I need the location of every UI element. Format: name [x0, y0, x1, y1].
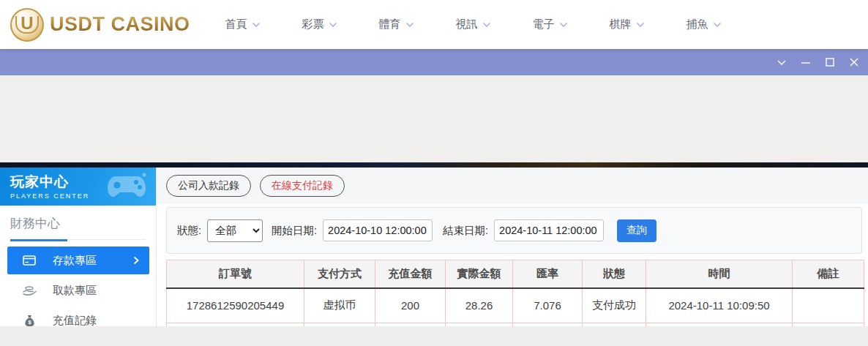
player-center-sidebar: 玩家中心 PLAYERS CENTER 財務中心 存款專區	[0, 168, 157, 326]
cell-status: 支付成功	[583, 288, 646, 323]
table-row-partial	[167, 323, 864, 326]
nav-label: 彩票	[302, 18, 324, 31]
brand-logo[interactable]: U USDT CASINO	[10, 8, 190, 42]
sidebar-menu: 存款專區 取款專區 $ 充值記錄	[0, 247, 156, 334]
nav-item-sports[interactable]: 體育	[379, 18, 414, 31]
app-window: U USDT CASINO 首頁 彩票 體育 視訊 電子	[0, 0, 868, 346]
credit-card-icon	[22, 255, 37, 266]
cell-actual-amount: 28.26	[446, 288, 513, 323]
nav-label: 捕魚	[686, 18, 708, 31]
chevron-down-icon	[636, 22, 645, 28]
cell-recharge-amount: 200	[375, 288, 446, 323]
tab-online-payment-records[interactable]: 在線支付記錄	[260, 175, 345, 197]
col-remarks: 備註	[793, 260, 864, 288]
section-underline	[10, 239, 67, 241]
chevron-down-icon	[405, 22, 414, 28]
window-titlebar	[0, 49, 868, 75]
nav-item-fishing[interactable]: 捕魚	[686, 18, 722, 31]
table-row: 1728612590205449 虚拟币 200 28.26 7.076 支付成…	[167, 288, 864, 323]
status-select[interactable]: 全部	[207, 219, 263, 242]
start-date-input[interactable]	[323, 219, 433, 241]
chevron-right-icon	[133, 256, 139, 265]
table-header-row: 訂單號 支付方式 充值金額 實際金額 匯率 狀態 時間 備註	[167, 260, 864, 288]
col-time: 時間	[646, 260, 793, 288]
nav-label: 電子	[533, 18, 555, 31]
sidebar-item-withdraw[interactable]: 取款專區	[0, 277, 156, 304]
cell-payment-method: 虚拟币	[304, 288, 375, 323]
brand-name: USDT CASINO	[50, 13, 190, 36]
col-status: 狀態	[583, 260, 646, 288]
query-button[interactable]: 查詢	[617, 219, 656, 242]
start-date-label: 開始日期:	[272, 224, 317, 238]
end-date-label: 結束日期:	[443, 224, 488, 238]
nav-item-cards[interactable]: 棋牌	[610, 18, 645, 31]
end-date-input[interactable]	[494, 219, 604, 241]
close-button[interactable]	[848, 56, 861, 69]
col-exchange-rate: 匯率	[513, 260, 583, 288]
main-nav: 首頁 彩票 體育 視訊 電子 棋牌	[225, 18, 722, 31]
gamepad-icon	[106, 172, 149, 204]
tab-company-deposit-records[interactable]: 公司入款記錄	[166, 175, 251, 197]
nav-label: 首頁	[225, 18, 247, 31]
finance-section-title: 財務中心	[10, 215, 146, 238]
players-center-header: 玩家中心 PLAYERS CENTER	[0, 168, 156, 206]
nav-item-slots[interactable]: 電子	[533, 18, 568, 31]
chevron-down-icon	[482, 22, 491, 28]
nav-item-lottery[interactable]: 彩票	[302, 18, 337, 31]
col-payment-method: 支付方式	[304, 260, 375, 288]
minimize-button[interactable]	[799, 56, 812, 69]
nav-item-live[interactable]: 視訊	[456, 18, 491, 31]
divider-strip	[0, 162, 868, 168]
main-content: 公司入款記錄 在線支付記錄 狀態: 全部 開始日期: 結束日期: 查詢 訂單號 …	[157, 168, 868, 326]
record-tabs: 公司入款記錄 在線支付記錄	[157, 168, 868, 204]
finance-section-header: 財務中心	[10, 206, 146, 240]
col-actual-amount: 實際金額	[446, 260, 513, 288]
chevron-down-icon	[713, 22, 722, 28]
nav-item-home[interactable]: 首頁	[225, 18, 261, 31]
filter-panel: 狀態: 全部 開始日期: 結束日期: 查詢	[166, 207, 862, 254]
site-header: U USDT CASINO 首頁 彩票 體育 視訊 電子	[0, 0, 868, 49]
chevron-down-icon	[252, 22, 261, 28]
status-label: 狀態:	[177, 224, 201, 238]
chevron-down-icon	[559, 22, 568, 28]
logo-letter: U	[15, 16, 38, 34]
nav-label: 體育	[379, 18, 401, 31]
footer-strip	[0, 326, 868, 346]
sidebar-item-deposit[interactable]: 存款專區	[7, 247, 149, 274]
cell-order-number: 1728612590205449	[167, 288, 304, 323]
sidebar-item-label: 取款專區	[53, 284, 97, 298]
logo-circle-icon: U	[10, 8, 44, 42]
nav-label: 棋牌	[610, 18, 632, 31]
sidebar-item-label: 充值記錄	[53, 314, 97, 328]
hand-coins-icon	[22, 285, 37, 296]
maximize-button[interactable]	[823, 56, 837, 69]
cell-exchange-rate: 7.076	[513, 288, 583, 323]
col-recharge-amount: 充值金額	[375, 260, 446, 288]
collapse-button[interactable]	[775, 56, 788, 69]
cell-time: 2024-10-11 10:09:50	[646, 288, 793, 323]
payment-records-table: 訂單號 支付方式 充值金額 實際金額 匯率 狀態 時間 備註 172861259…	[166, 260, 864, 326]
money-bag-icon: $	[22, 315, 37, 327]
cell-remarks	[793, 288, 864, 323]
empty-content-area	[0, 75, 868, 162]
nav-label: 視訊	[456, 18, 478, 31]
col-order-number: 訂單號	[167, 260, 304, 288]
sidebar-item-label: 存款專區	[53, 254, 97, 268]
chevron-down-icon	[329, 22, 337, 28]
